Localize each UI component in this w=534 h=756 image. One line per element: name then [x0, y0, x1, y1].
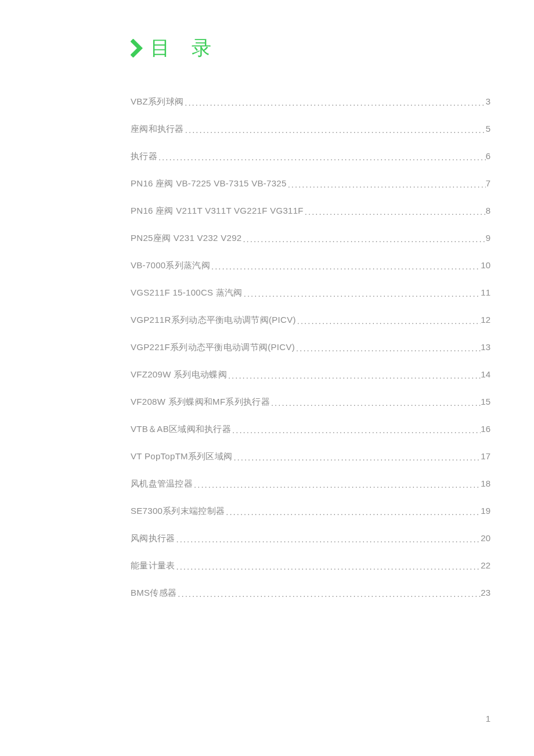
toc-entry-page: 9 — [486, 232, 490, 244]
toc-entry-label: PN25座阀 V231 V232 V292 — [131, 232, 241, 244]
toc-entry: 风阀执行器...................................… — [131, 532, 490, 544]
toc-entry: VT PopTopTM系列区域阀........................… — [131, 450, 490, 462]
toc-dots: ........................................… — [176, 588, 481, 600]
toc-list: VBZ系列球阀.................................… — [131, 95, 490, 599]
toc-entry-label: VTB＆AB区域阀和执行器 — [131, 423, 231, 435]
toc-dots: ........................................… — [295, 342, 481, 354]
toc-entry-label: SE7300系列末端控制器 — [131, 505, 225, 517]
toc-dots: ........................................… — [243, 287, 481, 300]
document-page: 目 录 VBZ系列球阀.............................… — [0, 0, 534, 756]
toc-entry: BMS传感器..................................… — [131, 586, 490, 599]
toc-dots: ........................................… — [175, 560, 481, 573]
toc-entry-label: VBZ系列球阀 — [131, 95, 183, 107]
toc-entry: SE7300系列末端控制器...........................… — [131, 505, 490, 517]
chevron-right-icon — [131, 39, 147, 57]
toc-entry: PN16 座阀 V211T V311T VG221F VG311F.......… — [131, 204, 490, 217]
toc-dots: ........................................… — [231, 424, 481, 436]
toc-entry: VBZ系列球阀.................................… — [131, 95, 490, 107]
toc-entry-label: VGS211F 15-100CS 蒸汽阀 — [131, 286, 243, 298]
toc-entry-page: 22 — [481, 559, 490, 571]
toc-dots: ........................................… — [270, 397, 481, 409]
toc-entry-page: 20 — [481, 532, 490, 544]
toc-entry-label: VT PopTopTM系列区域阀 — [131, 450, 232, 462]
toc-entry: VF208W 系列蝶阀和MF系列执行器.....................… — [131, 395, 490, 408]
toc-entry: PN25座阀 V231 V232 V292...................… — [131, 232, 490, 244]
toc-entry-label: PN16 座阀 VB-7225 VB-7315 VB-7325 — [131, 177, 287, 189]
toc-entry: 风机盘管温控器.................................… — [131, 477, 490, 489]
toc-entry-page: 16 — [481, 423, 490, 435]
toc-entry-page: 3 — [486, 95, 490, 107]
toc-entry-page: 19 — [481, 505, 490, 517]
toc-title: 目 录 — [150, 35, 219, 62]
toc-entry-label: 风阀执行器 — [131, 532, 175, 544]
toc-dots: ........................................… — [183, 96, 485, 109]
toc-entry-page: 15 — [481, 395, 490, 408]
toc-dots: ........................................… — [157, 151, 486, 163]
toc-entry-page: 11 — [481, 286, 490, 298]
toc-entry: 执行器.....................................… — [131, 150, 490, 162]
toc-dots: ........................................… — [232, 451, 481, 463]
toc-entry-page: 18 — [481, 477, 490, 489]
toc-entry-label: VF208W 系列蝶阀和MF系列执行器 — [131, 395, 270, 408]
toc-dots: ........................................… — [296, 315, 481, 327]
toc-entry: VFZ209W 系列电动蝶阀..........................… — [131, 368, 490, 380]
toc-entry: 座阀和执行器..................................… — [131, 123, 490, 135]
toc-entry-label: 能量计量表 — [131, 559, 175, 571]
toc-dots: ........................................… — [241, 233, 485, 245]
toc-entry-label: VFZ209W 系列电动蝶阀 — [131, 368, 227, 380]
toc-dots: ........................................… — [210, 260, 481, 272]
toc-entry-page: 12 — [481, 314, 490, 326]
toc-dots: ........................................… — [184, 124, 486, 136]
toc-entry: VB-7000系列蒸汽阀............................… — [131, 259, 490, 271]
toc-entry-label: 执行器 — [131, 150, 157, 162]
toc-dots: ........................................… — [304, 206, 486, 218]
toc-dots: ........................................… — [225, 506, 481, 518]
toc-dots: ........................................… — [175, 533, 481, 545]
toc-entry-page: 13 — [481, 341, 490, 353]
toc-dots: ........................................… — [193, 478, 481, 491]
toc-entry-label: PN16 座阀 V211T V311T VG221F VG311F — [131, 204, 304, 217]
page-number: 1 — [486, 714, 490, 723]
toc-entry-page: 17 — [481, 450, 490, 462]
toc-entry-page: 7 — [486, 177, 490, 189]
toc-entry-page: 5 — [486, 123, 490, 135]
toc-entry: VGS211F 15-100CS 蒸汽阀....................… — [131, 286, 490, 298]
toc-entry-page: 14 — [481, 368, 490, 380]
toc-entry-label: VGP211R系列动态平衡电动调节阀(PICV) — [131, 314, 296, 326]
toc-entry-page: 6 — [486, 150, 490, 162]
toc-entry-label: 风机盘管温控器 — [131, 477, 193, 489]
toc-entry: 能量计量表...................................… — [131, 559, 490, 571]
toc-entry-page: 23 — [481, 586, 490, 599]
toc-entry: VGP211R系列动态平衡电动调节阀(PICV)................… — [131, 314, 490, 326]
toc-entry-page: 10 — [481, 259, 490, 271]
toc-entry-label: 座阀和执行器 — [131, 123, 184, 135]
toc-dots: ........................................… — [227, 369, 481, 381]
toc-entry-label: BMS传感器 — [131, 586, 176, 599]
toc-entry-label: VB-7000系列蒸汽阀 — [131, 259, 210, 271]
toc-entry: PN16 座阀 VB-7225 VB-7315 VB-7325.........… — [131, 177, 490, 189]
toc-title-row: 目 录 — [131, 35, 490, 62]
toc-entry-page: 8 — [486, 204, 490, 217]
toc-dots: ........................................… — [287, 178, 486, 190]
toc-entry-label: VGP221F系列动态平衡电动调节阀(PICV) — [131, 341, 295, 353]
toc-entry: VTB＆AB区域阀和执行器...........................… — [131, 423, 490, 435]
toc-entry: VGP221F系列动态平衡电动调节阀(PICV)................… — [131, 341, 490, 353]
